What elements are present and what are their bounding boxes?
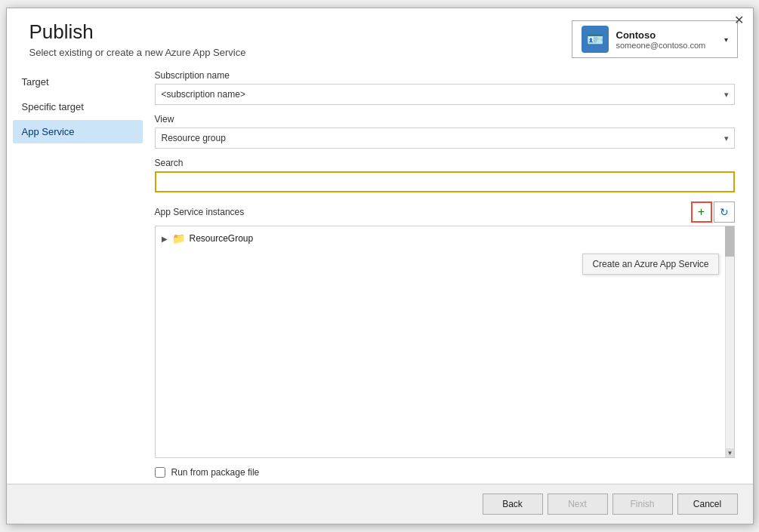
title-section: Publish Select existing or create a new … — [29, 20, 246, 58]
account-email: someone@contoso.com — [616, 41, 717, 50]
sidebar-item-specific-target[interactable]: Specific target — [13, 95, 143, 118]
instances-section: App Service instances + ↻ ▶ — [155, 201, 735, 484]
view-group: View Resource group — [155, 114, 735, 149]
scrollbar-track: ▲ ▼ — [725, 226, 734, 457]
account-avatar: 🪪 — [582, 26, 609, 53]
run-from-package-label: Run from package file — [171, 467, 260, 478]
instances-label: App Service instances — [155, 207, 245, 217]
plus-icon: + — [698, 205, 705, 219]
subscription-select[interactable]: <subscription name> — [155, 84, 735, 105]
search-input[interactable] — [155, 171, 735, 192]
back-button[interactable]: Back — [483, 494, 543, 515]
subscription-group: Subscription name <subscription name> — [155, 70, 735, 105]
scrollbar-down[interactable]: ▼ — [726, 448, 735, 457]
instances-header: App Service instances + ↻ — [155, 201, 735, 223]
view-label: View — [155, 114, 735, 125]
publish-dialog: ✕ Publish Select existing or create a ne… — [6, 8, 754, 524]
subscription-select-wrapper: <subscription name> — [155, 84, 735, 105]
next-button[interactable]: Next — [548, 494, 608, 515]
dialog-title: Publish — [29, 20, 246, 44]
scrollbar-thumb[interactable] — [725, 226, 734, 257]
title-bar: Publish Select existing or create a new … — [7, 8, 753, 58]
main-content: Subscription name <subscription name> Vi… — [143, 70, 753, 484]
view-select-wrapper: Resource group — [155, 128, 735, 149]
instances-list-inner: ▶ 📁 ResourceGroup — [156, 226, 734, 251]
folder-icon: 📁 — [172, 232, 185, 244]
tree-item-resourcegroup[interactable]: ▶ 📁 ResourceGroup — [156, 229, 734, 248]
checkbox-row: Run from package file — [155, 458, 735, 484]
search-label: Search — [155, 158, 735, 168]
dialog-subtitle: Select existing or create a new Azure Ap… — [29, 47, 246, 58]
dialog-body: Target Specific target App Service Subsc… — [7, 58, 753, 484]
refresh-icon: ↻ — [720, 206, 729, 218]
add-app-service-button[interactable]: + — [691, 201, 712, 223]
instances-actions: + ↻ — [691, 201, 735, 223]
cancel-button[interactable]: Cancel — [677, 494, 738, 515]
account-name: Contoso — [616, 29, 717, 41]
account-selector[interactable]: 🪪 Contoso someone@contoso.com ▾ — [572, 20, 738, 58]
sidebar-item-target[interactable]: Target — [13, 70, 143, 94]
tree-expand-arrow: ▶ — [162, 235, 168, 243]
add-tooltip: Create an Azure App Service — [582, 254, 718, 275]
run-from-package-checkbox[interactable] — [155, 467, 165, 478]
account-dropdown-arrow: ▾ — [724, 35, 728, 44]
avatar-icon: 🪪 — [587, 31, 603, 48]
view-select[interactable]: Resource group — [155, 128, 735, 149]
sidebar: Target Specific target App Service — [7, 70, 143, 484]
instances-list[interactable]: ▶ 📁 ResourceGroup Create an Azure App Se… — [155, 226, 735, 458]
account-info: Contoso someone@contoso.com — [616, 29, 717, 50]
subscription-label: Subscription name — [155, 70, 735, 81]
dialog-footer: Back Next Finish Cancel — [7, 484, 753, 524]
refresh-button[interactable]: ↻ — [714, 201, 735, 223]
tree-item-label: ResourceGroup — [190, 233, 254, 244]
close-button[interactable]: ✕ — [734, 14, 744, 26]
search-group: Search — [155, 158, 735, 192]
finish-button[interactable]: Finish — [612, 494, 673, 515]
sidebar-item-app-service[interactable]: App Service — [13, 120, 143, 143]
